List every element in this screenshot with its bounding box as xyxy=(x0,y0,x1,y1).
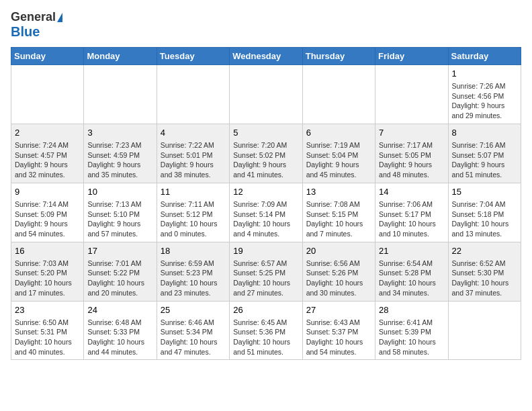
calendar-cell: 1Sunrise: 7:26 AM Sunset: 4:56 PM Daylig… xyxy=(448,64,521,124)
day-info: Sunrise: 7:01 AM Sunset: 5:22 PM Dayligh… xyxy=(87,259,152,298)
day-number: 15 xyxy=(452,186,517,198)
day-info: Sunrise: 7:26 AM Sunset: 4:56 PM Dayligh… xyxy=(452,81,517,121)
day-info: Sunrise: 7:03 AM Sunset: 5:20 PM Dayligh… xyxy=(15,259,80,298)
calendar-cell: 28Sunrise: 6:41 AM Sunset: 5:39 PM Dayli… xyxy=(375,301,448,360)
day-info: Sunrise: 6:59 AM Sunset: 5:23 PM Dayligh… xyxy=(161,259,226,298)
calendar-header-thursday: Thursday xyxy=(302,47,375,64)
day-info: Sunrise: 7:20 AM Sunset: 5:02 PM Dayligh… xyxy=(233,140,298,180)
calendar-cell: 3Sunrise: 7:23 AM Sunset: 4:59 PM Daylig… xyxy=(84,124,157,183)
calendar-cell: 22Sunrise: 6:52 AM Sunset: 5:30 PM Dayli… xyxy=(448,242,521,301)
calendar-header-tuesday: Tuesday xyxy=(157,47,229,64)
day-info: Sunrise: 7:22 AM Sunset: 5:01 PM Dayligh… xyxy=(161,140,226,180)
day-info: Sunrise: 6:50 AM Sunset: 5:31 PM Dayligh… xyxy=(15,318,80,357)
day-number: 7 xyxy=(379,127,444,139)
day-info: Sunrise: 6:54 AM Sunset: 5:28 PM Dayligh… xyxy=(379,259,444,298)
calendar-cell: 23Sunrise: 6:50 AM Sunset: 5:31 PM Dayli… xyxy=(11,301,84,360)
calendar-cell: 10Sunrise: 7:13 AM Sunset: 5:10 PM Dayli… xyxy=(84,183,157,242)
day-info: Sunrise: 6:56 AM Sunset: 5:26 PM Dayligh… xyxy=(306,259,371,298)
calendar-cell: 2Sunrise: 7:24 AM Sunset: 4:57 PM Daylig… xyxy=(11,124,84,183)
day-number: 26 xyxy=(233,304,298,316)
calendar-header-saturday: Saturday xyxy=(448,47,521,64)
day-info: Sunrise: 7:13 AM Sunset: 5:10 PM Dayligh… xyxy=(87,199,152,239)
calendar: SundayMondayTuesdayWednesdayThursdayFrid… xyxy=(11,47,521,361)
day-info: Sunrise: 7:17 AM Sunset: 5:05 PM Dayligh… xyxy=(379,140,444,180)
calendar-cell xyxy=(448,301,521,360)
calendar-cell: 13Sunrise: 7:08 AM Sunset: 5:15 PM Dayli… xyxy=(302,183,375,242)
week-row-5: 23Sunrise: 6:50 AM Sunset: 5:31 PM Dayli… xyxy=(11,301,521,360)
day-number: 8 xyxy=(452,127,517,139)
calendar-cell: 27Sunrise: 6:43 AM Sunset: 5:37 PM Dayli… xyxy=(302,301,375,360)
day-info: Sunrise: 7:11 AM Sunset: 5:12 PM Dayligh… xyxy=(161,199,226,239)
calendar-header-wednesday: Wednesday xyxy=(230,47,302,64)
page: General Blue SundayMondayTuesdayWednesda… xyxy=(0,0,532,371)
day-info: Sunrise: 6:57 AM Sunset: 5:25 PM Dayligh… xyxy=(233,259,298,298)
day-info: Sunrise: 6:43 AM Sunset: 5:37 PM Dayligh… xyxy=(306,318,371,357)
calendar-cell: 14Sunrise: 7:06 AM Sunset: 5:17 PM Dayli… xyxy=(375,183,448,242)
day-info: Sunrise: 7:06 AM Sunset: 5:17 PM Dayligh… xyxy=(379,199,444,239)
calendar-cell: 11Sunrise: 7:11 AM Sunset: 5:12 PM Dayli… xyxy=(157,183,229,242)
calendar-cell: 17Sunrise: 7:01 AM Sunset: 5:22 PM Dayli… xyxy=(84,242,157,301)
day-number: 4 xyxy=(161,127,226,139)
day-info: Sunrise: 7:23 AM Sunset: 4:59 PM Dayligh… xyxy=(87,140,152,180)
day-number: 18 xyxy=(161,245,226,257)
calendar-cell xyxy=(230,64,302,124)
day-number: 19 xyxy=(233,245,298,257)
day-number: 20 xyxy=(306,245,371,257)
day-number: 28 xyxy=(379,304,444,316)
calendar-cell: 16Sunrise: 7:03 AM Sunset: 5:20 PM Dayli… xyxy=(11,242,84,301)
day-number: 25 xyxy=(161,304,226,316)
day-info: Sunrise: 6:41 AM Sunset: 5:39 PM Dayligh… xyxy=(379,318,444,357)
week-row-2: 2Sunrise: 7:24 AM Sunset: 4:57 PM Daylig… xyxy=(11,124,521,183)
calendar-cell: 15Sunrise: 7:04 AM Sunset: 5:18 PM Dayli… xyxy=(448,183,521,242)
day-number: 6 xyxy=(306,127,371,139)
calendar-cell: 25Sunrise: 6:46 AM Sunset: 5:34 PM Dayli… xyxy=(157,301,229,360)
day-info: Sunrise: 6:52 AM Sunset: 5:30 PM Dayligh… xyxy=(452,259,517,298)
day-info: Sunrise: 7:09 AM Sunset: 5:14 PM Dayligh… xyxy=(233,199,298,239)
calendar-cell: 19Sunrise: 6:57 AM Sunset: 5:25 PM Dayli… xyxy=(230,242,302,301)
day-info: Sunrise: 7:24 AM Sunset: 4:57 PM Dayligh… xyxy=(15,140,80,180)
calendar-cell: 20Sunrise: 6:56 AM Sunset: 5:26 PM Dayli… xyxy=(302,242,375,301)
calendar-cell xyxy=(11,64,84,124)
day-info: Sunrise: 7:16 AM Sunset: 5:07 PM Dayligh… xyxy=(452,140,517,180)
calendar-cell: 12Sunrise: 7:09 AM Sunset: 5:14 PM Dayli… xyxy=(230,183,302,242)
day-info: Sunrise: 6:48 AM Sunset: 5:33 PM Dayligh… xyxy=(87,318,152,357)
calendar-cell: 24Sunrise: 6:48 AM Sunset: 5:33 PM Dayli… xyxy=(84,301,157,360)
calendar-header-monday: Monday xyxy=(84,47,157,64)
day-number: 12 xyxy=(233,186,298,198)
calendar-header-row: SundayMondayTuesdayWednesdayThursdayFrid… xyxy=(11,47,521,64)
day-number: 27 xyxy=(306,304,371,316)
calendar-cell xyxy=(84,64,157,124)
week-row-3: 9Sunrise: 7:14 AM Sunset: 5:09 PM Daylig… xyxy=(11,183,521,242)
calendar-cell xyxy=(157,64,229,124)
day-info: Sunrise: 7:14 AM Sunset: 5:09 PM Dayligh… xyxy=(15,199,80,239)
calendar-cell xyxy=(375,64,448,124)
day-info: Sunrise: 7:19 AM Sunset: 5:04 PM Dayligh… xyxy=(306,140,371,180)
day-number: 16 xyxy=(15,245,80,257)
day-number: 24 xyxy=(87,304,152,316)
calendar-cell: 9Sunrise: 7:14 AM Sunset: 5:09 PM Daylig… xyxy=(11,183,84,242)
week-row-1: 1Sunrise: 7:26 AM Sunset: 4:56 PM Daylig… xyxy=(11,64,521,124)
calendar-cell: 26Sunrise: 6:45 AM Sunset: 5:36 PM Dayli… xyxy=(230,301,302,360)
day-info: Sunrise: 7:08 AM Sunset: 5:15 PM Dayligh… xyxy=(306,199,371,239)
calendar-cell: 7Sunrise: 7:17 AM Sunset: 5:05 PM Daylig… xyxy=(375,124,448,183)
calendar-cell: 18Sunrise: 6:59 AM Sunset: 5:23 PM Dayli… xyxy=(157,242,229,301)
day-number: 2 xyxy=(15,127,80,139)
calendar-cell xyxy=(302,64,375,124)
header: General Blue xyxy=(11,11,521,39)
day-info: Sunrise: 6:45 AM Sunset: 5:36 PM Dayligh… xyxy=(233,318,298,357)
week-row-4: 16Sunrise: 7:03 AM Sunset: 5:20 PM Dayli… xyxy=(11,242,521,301)
day-number: 22 xyxy=(452,245,517,257)
logo-text-general: General xyxy=(11,11,56,24)
logo-triangle-icon xyxy=(57,13,62,22)
day-number: 10 xyxy=(87,186,152,198)
day-number: 17 xyxy=(87,245,152,257)
day-info: Sunrise: 6:46 AM Sunset: 5:34 PM Dayligh… xyxy=(161,318,226,357)
logo: General Blue xyxy=(11,11,62,39)
logo-text-blue: Blue xyxy=(11,24,40,39)
calendar-cell: 5Sunrise: 7:20 AM Sunset: 5:02 PM Daylig… xyxy=(230,124,302,183)
day-number: 23 xyxy=(15,304,80,316)
day-number: 21 xyxy=(379,245,444,257)
day-info: Sunrise: 7:04 AM Sunset: 5:18 PM Dayligh… xyxy=(452,199,517,239)
day-number: 1 xyxy=(452,68,517,80)
day-number: 5 xyxy=(233,127,298,139)
